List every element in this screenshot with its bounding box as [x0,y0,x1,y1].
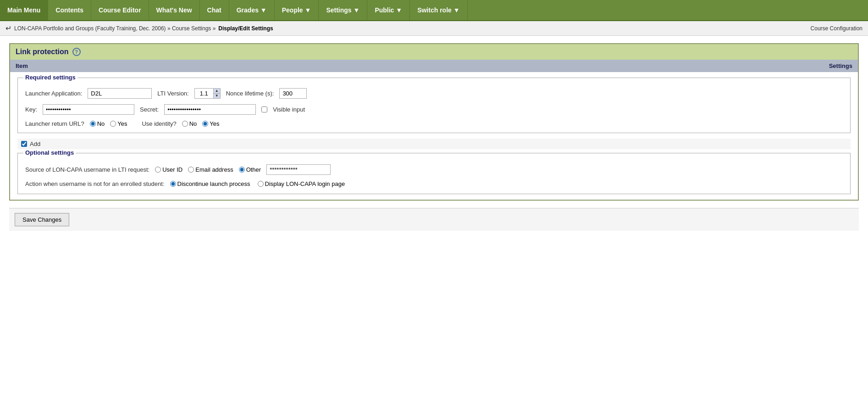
lti-version-spinner[interactable]: ▲ ▼ [194,88,221,99]
nonce-input[interactable] [279,88,307,99]
action-discontinue-text: Discontinue launch process [177,180,250,187]
key-input[interactable] [43,104,134,115]
breadcrumb-current: Display/Edit Settings [218,25,273,32]
save-button[interactable]: Save Changes [15,213,69,226]
section-inner: Required settings Launcher Application: … [10,72,858,200]
launcher-return-yes-radio[interactable] [110,121,116,127]
launcher-return-no-label[interactable]: No [90,120,105,127]
breadcrumb: ↵ LON-CAPA Portfolio and Groups (Faculty… [6,24,273,33]
nav-main-menu[interactable]: Main Menu [0,0,48,20]
breadcrumb-path: LON-CAPA Portfolio and Groups (Faculty T… [14,25,216,32]
source-email-radio[interactable] [188,167,194,173]
nav-chat[interactable]: Chat [200,0,229,20]
form-row-key: Key: Secret: Visible input [25,104,843,115]
source-other-text: Other [246,166,261,173]
add-row: Add [17,139,851,149]
source-other-radio[interactable] [239,167,245,173]
use-identity-yes-text: Yes [210,120,219,127]
form-row-action: Action when username is not for an enrol… [25,180,843,187]
source-user-id-text: User ID [162,166,182,173]
source-email-text: Email address [195,166,233,173]
key-label: Key: [25,106,37,113]
use-identity-no-radio[interactable] [182,121,188,127]
use-identity-no-label[interactable]: No [182,120,197,127]
nonce-label: Nonce lifetime (s): [226,90,274,97]
back-arrow-icon[interactable]: ↵ [6,24,11,33]
source-user-id-label[interactable]: User ID [155,166,182,173]
section-title: Link protection [16,48,69,56]
launcher-label: Launcher Application: [25,90,82,97]
main-content: Link protection ? Item Settings Required… [0,36,868,238]
add-checkbox[interactable] [21,141,27,147]
lti-version-label: LTI Version: [157,90,188,97]
breadcrumb-bar: ↵ LON-CAPA Portfolio and Groups (Faculty… [0,21,868,36]
form-row-launcher: Launcher Application: LTI Version: ▲ ▼ N… [25,88,843,99]
nav-grades[interactable]: Grades ▼ [229,0,275,20]
required-settings-fieldset: Required settings Launcher Application: … [17,78,851,133]
launcher-return-yes-text: Yes [117,120,127,127]
nav-whats-new[interactable]: What's New [149,0,200,20]
launcher-return-radio-group: No Yes [90,120,127,127]
nav-settings[interactable]: Settings ▼ [319,0,367,20]
section-header: Link protection ? [10,44,858,60]
use-identity-yes-radio[interactable] [202,121,208,127]
spinner-up-icon[interactable]: ▲ [214,89,220,94]
use-identity-yes-label[interactable]: Yes [202,120,219,127]
nav-switch-role[interactable]: Switch role ▼ [410,0,467,20]
use-identity-radio-group: No Yes [182,120,220,127]
launcher-input[interactable] [88,88,152,99]
table-header: Item Settings [10,60,858,72]
action-label: Action when username is not for an enrol… [25,180,165,187]
help-icon[interactable]: ? [72,48,81,56]
source-user-id-radio[interactable] [155,167,161,173]
breadcrumb-right-label: Course Configuration [811,25,862,32]
link-protection-section: Link protection ? Item Settings Required… [9,43,859,201]
optional-legend: Optional settings [23,149,76,156]
visible-input-checkbox[interactable] [261,107,267,112]
form-row-return-url: Launcher return URL? No Yes Use identity… [25,120,843,127]
source-label: Source of LON-CAPA username in LTI reque… [25,166,149,173]
nav-public[interactable]: Public ▼ [367,0,410,20]
table-header-item: Item [16,62,28,69]
action-discontinue-radio[interactable] [170,181,176,187]
nav-course-editor[interactable]: Course Editor [91,0,149,20]
spinner-down-icon[interactable]: ▼ [214,94,220,98]
use-identity-no-text: No [189,120,197,127]
visible-input-label: Visible input [273,106,305,113]
top-nav: Main Menu Contents Course Editor What's … [0,0,868,21]
table-header-settings: Settings [829,62,852,69]
launcher-return-no-radio[interactable] [90,121,96,127]
secret-label: Secret: [140,106,159,113]
lti-version-input[interactable] [195,89,213,98]
required-legend: Required settings [23,74,77,81]
optional-settings-fieldset: Optional settings Source of LON-CAPA use… [17,153,851,194]
launcher-return-yes-label[interactable]: Yes [110,120,127,127]
use-identity-label: Use identity? [142,120,176,127]
secret-input[interactable] [164,104,256,115]
source-email-label[interactable]: Email address [188,166,233,173]
add-label: Add [30,140,40,147]
action-display-label[interactable]: Display LON-CAPA login page [258,180,345,187]
action-display-radio[interactable] [258,181,264,187]
action-discontinue-label[interactable]: Discontinue launch process [170,180,250,187]
form-row-source: Source of LON-CAPA username in LTI reque… [25,164,843,175]
launcher-return-label: Launcher return URL? [25,120,84,127]
source-other-input[interactable] [266,164,331,175]
nav-contents[interactable]: Contents [48,0,91,20]
spinner-arrows[interactable]: ▲ ▼ [213,89,220,98]
save-bar: Save Changes [9,208,859,231]
action-radio-group: Discontinue launch process Display LON-C… [170,180,345,187]
nav-people[interactable]: People ▼ [275,0,319,20]
launcher-return-no-text: No [97,120,105,127]
action-display-text: Display LON-CAPA login page [265,180,345,187]
source-other-label[interactable]: Other [239,166,261,173]
source-radio-group: User ID Email address Other [155,166,261,173]
